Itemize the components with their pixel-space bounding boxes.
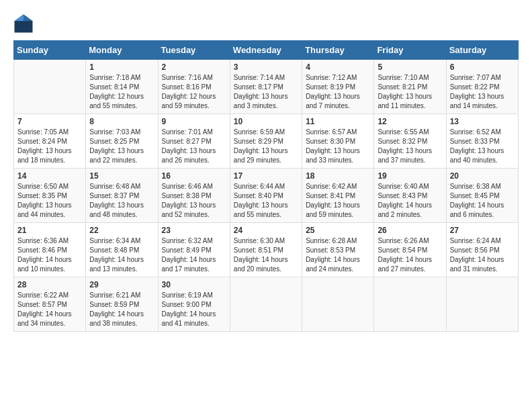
calendar-cell: 19Sunrise: 6:40 AMSunset: 8:43 PMDayligh… [374,169,446,223]
daylight-text: Daylight: 13 hours and 48 minutes. [89,201,144,218]
calendar-cell [446,277,518,332]
day-number: 18 [306,171,370,181]
day-header-monday: Monday [86,41,158,60]
cell-content: Sunrise: 6:44 AMSunset: 8:40 PMDaylight:… [234,182,298,220]
cell-content: Sunrise: 6:52 AMSunset: 8:33 PMDaylight:… [450,128,515,165]
day-number: 4 [306,62,370,72]
cell-content: Sunrise: 6:24 AMSunset: 8:56 PMDaylight:… [450,236,515,274]
calendar-cell: 30Sunrise: 6:19 AMSunset: 9:00 PMDayligh… [158,277,230,332]
sunset-text: Sunset: 8:21 PM [378,83,427,91]
day-number: 3 [234,62,298,72]
daylight-text: Daylight: 14 hours and 38 minutes. [89,310,144,327]
calendar-cell: 24Sunrise: 6:30 AMSunset: 8:51 PMDayligh… [230,223,302,277]
sunset-text: Sunset: 8:19 PM [306,83,355,91]
sunset-text: Sunset: 8:59 PM [89,301,139,308]
daylight-text: Daylight: 13 hours and 55 minutes. [234,201,288,218]
day-number: 21 [17,226,82,235]
day-number: 9 [162,117,226,126]
cell-content: Sunrise: 6:38 AMSunset: 8:45 PMDaylight:… [450,182,515,220]
sunset-text: Sunset: 8:45 PM [450,192,500,199]
day-number: 22 [89,226,154,235]
sunrise-text: Sunrise: 7:03 AM [89,128,140,136]
calendar-cell: 2Sunrise: 7:16 AMSunset: 8:16 PMDaylight… [158,60,230,114]
daylight-text: Daylight: 14 hours and 27 minutes. [378,256,432,273]
calendar-cell: 13Sunrise: 6:52 AMSunset: 8:33 PMDayligh… [446,114,518,169]
sunrise-text: Sunrise: 6:32 AM [162,237,213,244]
sunset-text: Sunset: 8:16 PM [162,83,212,91]
cell-content: Sunrise: 7:14 AMSunset: 8:17 PMDaylight:… [234,73,298,111]
calendar-cell: 12Sunrise: 6:55 AMSunset: 8:32 PMDayligh… [374,114,446,169]
cell-content: Sunrise: 6:50 AMSunset: 8:35 PMDaylight:… [17,182,82,220]
sunset-text: Sunset: 8:54 PM [378,246,427,254]
calendar-cell: 27Sunrise: 6:24 AMSunset: 8:56 PMDayligh… [446,223,518,277]
calendar-week-2: 7Sunrise: 7:05 AMSunset: 8:24 PMDaylight… [14,114,519,169]
daylight-text: Daylight: 13 hours and 33 minutes. [306,147,360,164]
sunset-text: Sunset: 8:56 PM [450,246,500,254]
cell-content: Sunrise: 7:18 AMSunset: 8:14 PMDaylight:… [89,73,154,111]
cell-content: Sunrise: 6:55 AMSunset: 8:32 PMDaylight:… [378,128,442,165]
sunset-text: Sunset: 8:32 PM [378,138,427,145]
calendar-cell [230,277,302,332]
sunrise-text: Sunrise: 7:10 AM [378,74,429,81]
day-number: 11 [306,117,370,126]
day-number: 29 [89,280,154,289]
sunrise-text: Sunrise: 6:59 AM [234,128,285,136]
sunrise-text: Sunrise: 6:40 AM [378,183,429,190]
cell-content: Sunrise: 6:34 AMSunset: 8:48 PMDaylight:… [89,236,154,274]
calendar-cell [302,277,374,332]
day-number: 19 [378,171,442,181]
sunset-text: Sunset: 8:51 PM [234,246,283,254]
day-header-saturday: Saturday [446,41,518,60]
cell-content: Sunrise: 6:32 AMSunset: 8:49 PMDaylight:… [162,236,226,274]
cell-content: Sunrise: 6:30 AMSunset: 8:51 PMDaylight:… [234,236,298,274]
day-number: 14 [17,171,82,181]
daylight-text: Daylight: 14 hours and 2 minutes. [378,201,432,218]
daylight-text: Daylight: 13 hours and 37 minutes. [378,147,432,164]
sunset-text: Sunset: 8:29 PM [234,138,283,145]
day-number: 30 [162,280,226,289]
calendar-cell [14,60,86,114]
sunset-text: Sunset: 8:35 PM [17,192,67,199]
cell-content: Sunrise: 6:59 AMSunset: 8:29 PMDaylight:… [234,128,298,165]
daylight-text: Daylight: 13 hours and 44 minutes. [17,201,72,218]
sunset-text: Sunset: 8:30 PM [306,138,355,145]
sunrise-text: Sunrise: 6:28 AM [306,237,357,244]
sunrise-text: Sunrise: 6:19 AM [162,291,213,299]
daylight-text: Daylight: 12 hours and 59 minutes. [162,93,216,109]
day-number: 26 [378,226,442,235]
daylight-text: Daylight: 14 hours and 13 minutes. [89,256,144,273]
sunrise-text: Sunrise: 6:48 AM [89,183,140,190]
sunrise-text: Sunrise: 7:12 AM [306,74,357,81]
daylight-text: Daylight: 13 hours and 26 minutes. [162,147,216,164]
daylight-text: Daylight: 13 hours and 40 minutes. [450,147,504,164]
sunrise-text: Sunrise: 6:36 AM [17,237,69,244]
logo [13,13,36,34]
sunrise-text: Sunrise: 7:01 AM [162,128,213,136]
day-number: 17 [234,171,298,181]
sunrise-text: Sunrise: 6:44 AM [234,183,285,190]
sunrise-text: Sunrise: 7:18 AM [89,74,140,81]
calendar-week-1: 1Sunrise: 7:18 AMSunset: 8:14 PMDaylight… [14,60,519,114]
cell-content: Sunrise: 6:46 AMSunset: 8:38 PMDaylight:… [162,182,226,220]
cell-content: Sunrise: 6:40 AMSunset: 8:43 PMDaylight:… [378,182,442,220]
calendar-week-3: 14Sunrise: 6:50 AMSunset: 8:35 PMDayligh… [14,169,519,223]
daylight-text: Daylight: 14 hours and 34 minutes. [17,310,72,327]
daylight-text: Daylight: 13 hours and 14 minutes. [450,93,504,109]
day-number: 5 [378,62,442,72]
sunrise-text: Sunrise: 6:22 AM [17,291,69,299]
sunset-text: Sunset: 8:33 PM [450,138,500,145]
calendar-cell: 17Sunrise: 6:44 AMSunset: 8:40 PMDayligh… [230,169,302,223]
sunrise-text: Sunrise: 6:21 AM [89,291,140,299]
sunrise-text: Sunrise: 7:16 AM [162,74,213,81]
sunrise-text: Sunrise: 6:30 AM [234,237,285,244]
cell-content: Sunrise: 7:05 AMSunset: 8:24 PMDaylight:… [17,128,82,165]
daylight-text: Daylight: 14 hours and 6 minutes. [450,201,504,218]
calendar-cell: 21Sunrise: 6:36 AMSunset: 8:46 PMDayligh… [14,223,86,277]
calendar-cell: 18Sunrise: 6:42 AMSunset: 8:41 PMDayligh… [302,169,374,223]
day-header-tuesday: Tuesday [158,41,230,60]
sunrise-text: Sunrise: 6:50 AM [17,183,69,190]
calendar-cell: 9Sunrise: 7:01 AMSunset: 8:27 PMDaylight… [158,114,230,169]
day-header-friday: Friday [374,41,446,60]
day-number: 12 [378,117,442,126]
daylight-text: Daylight: 14 hours and 20 minutes. [234,256,288,273]
